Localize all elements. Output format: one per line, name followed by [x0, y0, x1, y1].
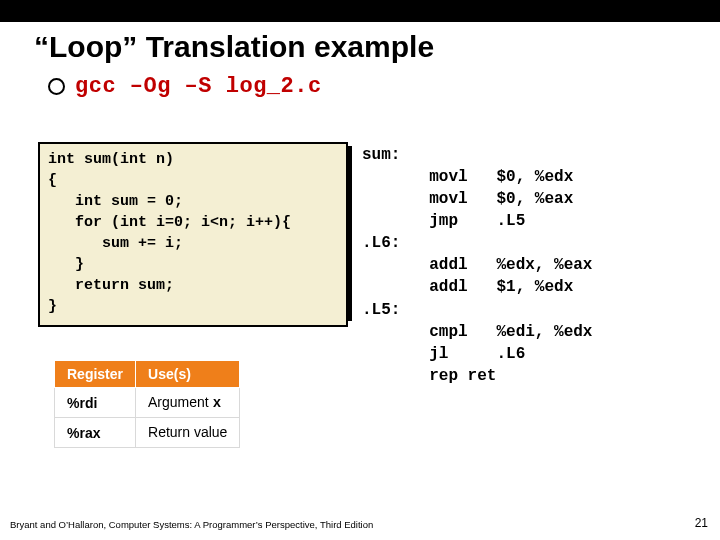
- cell-register: %rdi: [55, 388, 136, 418]
- slide-title: “Loop” Translation example: [34, 30, 434, 64]
- assembly-code: sum: movl $0, %edx movl $0, %eax jmp .L5…: [362, 144, 592, 387]
- header-use: Use(s): [136, 361, 240, 388]
- use-text: Return value: [148, 424, 227, 440]
- header-register: Register: [55, 361, 136, 388]
- footer-citation: Bryant and O’Hallaron, Computer Systems:…: [10, 519, 373, 530]
- gcc-command: gcc –Og –S log_2.c: [75, 74, 322, 99]
- register-table: Register Use(s) %rdi Argument x %rax Ret…: [54, 360, 240, 448]
- cell-use: Argument x: [136, 388, 240, 418]
- command-bullet: gcc –Og –S log_2.c: [48, 74, 322, 99]
- use-text: Argument: [148, 394, 213, 410]
- use-code: x: [213, 395, 221, 411]
- cell-register: %rax: [55, 418, 136, 448]
- cell-use: Return value: [136, 418, 240, 448]
- table-row: %rdi Argument x: [55, 388, 240, 418]
- bullet-icon: [48, 78, 65, 95]
- c-source-code: int sum(int n) { int sum = 0; for (int i…: [38, 142, 348, 327]
- table-row: %rax Return value: [55, 418, 240, 448]
- top-black-bar: [0, 0, 720, 22]
- table-header-row: Register Use(s): [55, 361, 240, 388]
- page-number: 21: [695, 516, 708, 530]
